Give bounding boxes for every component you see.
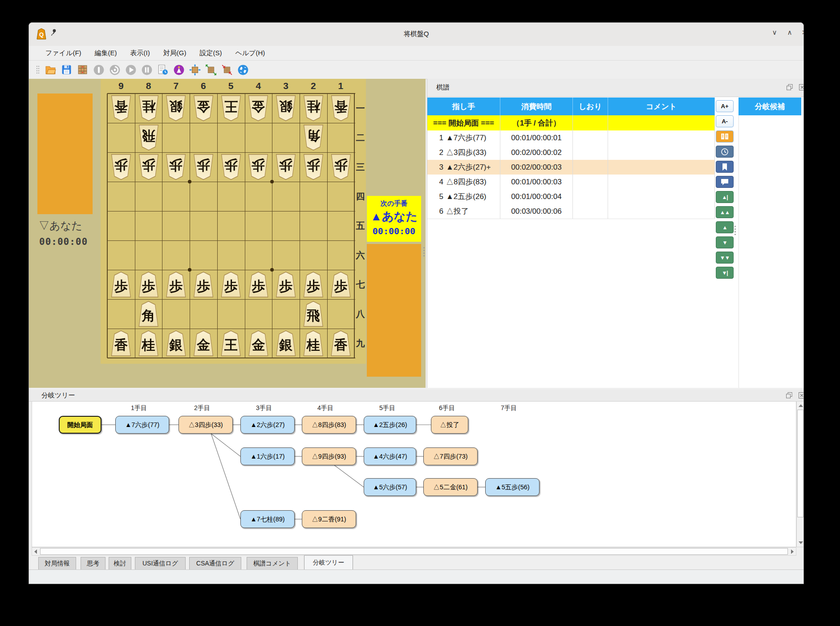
shogi-piece[interactable]: 角: [303, 125, 324, 150]
menu-item[interactable]: ヘルプ(H): [229, 47, 271, 60]
tree-node[interactable]: ▲2五歩(26): [364, 416, 416, 434]
shogi-piece[interactable]: 銀: [165, 95, 187, 121]
shogi-piece[interactable]: 香: [330, 330, 352, 356]
shogi-piece[interactable]: 金: [193, 330, 214, 356]
horizontal-scroll-thumb[interactable]: [40, 548, 788, 555]
shogi-piece[interactable]: 歩: [248, 154, 269, 180]
kifu-row[interactable]: 1▲7六歩(77)00:01/00:00:01: [427, 130, 715, 146]
tree-node[interactable]: △9四歩(93): [302, 447, 356, 465]
pause-icon[interactable]: [141, 64, 153, 76]
shogi-piece[interactable]: 歩: [110, 154, 132, 180]
tree-node[interactable]: ▲5五歩(56): [485, 478, 540, 496]
close-button[interactable]: ✕: [799, 28, 804, 37]
shogi-piece[interactable]: 金: [248, 95, 269, 121]
tree-node[interactable]: ▲4六歩(47): [364, 447, 416, 465]
kifu-row[interactable]: 6△投了00:03/00:00:06: [427, 204, 715, 219]
time-display-button[interactable]: [716, 146, 734, 158]
shogi-piece[interactable]: 銀: [165, 330, 187, 356]
shogi-piece[interactable]: 歩: [248, 272, 269, 297]
tree-node[interactable]: △5二金(61): [423, 478, 478, 496]
shogi-piece[interactable]: 歩: [165, 154, 187, 180]
kifu-row[interactable]: 2△3四歩(33)00:02/00:00:02: [427, 145, 715, 160]
shogi-piece[interactable]: 香: [330, 95, 352, 121]
tab-1[interactable]: 対局情報: [38, 557, 76, 569]
nav-forward-fast-button[interactable]: ▼▼: [716, 252, 734, 264]
kifu-row[interactable]: 3▲2六歩(27)+00:02/00:00:03: [427, 160, 715, 175]
shogi-piece[interactable]: 香: [110, 95, 132, 121]
shogi-board[interactable]: 987654321一二三四五六七八九香桂銀金王金銀桂香飛角歩歩歩歩歩歩歩歩歩歩歩…: [101, 79, 366, 364]
tab-2[interactable]: 思考: [81, 557, 106, 569]
nav-last-button[interactable]: ▼|: [716, 267, 734, 279]
tree-horizontal-scrollbar[interactable]: [32, 547, 796, 556]
tree-node[interactable]: △9二香(91): [302, 510, 356, 528]
tree-node[interactable]: ▲5六歩(57): [364, 478, 416, 496]
vertical-scroll-thumb[interactable]: [797, 410, 803, 517]
shogi-piece[interactable]: 歩: [330, 154, 352, 180]
shogi-piece[interactable]: 歩: [110, 272, 132, 297]
tree-close-icon[interactable]: [798, 392, 804, 399]
shogi-piece[interactable]: 香: [110, 330, 132, 356]
board-shrink-icon[interactable]: [221, 64, 233, 76]
shogi-piece[interactable]: 飛: [303, 301, 324, 327]
tab-5[interactable]: CSA通信ログ: [189, 557, 241, 569]
shogi-piece[interactable]: 歩: [138, 272, 159, 297]
shogi-piece[interactable]: 王: [220, 330, 242, 356]
shogi-piece[interactable]: 飛: [138, 125, 159, 150]
font-decrease-button[interactable]: A-: [716, 115, 734, 127]
kifu-row[interactable]: === 開始局面 ===（1手 / 合計）: [427, 115, 715, 131]
comment-edit-button[interactable]: [716, 176, 734, 188]
menu-item[interactable]: 設定(S): [194, 47, 227, 60]
shogi-piece[interactable]: 歩: [193, 272, 214, 297]
tree-float-icon[interactable]: [786, 392, 793, 399]
shogi-piece[interactable]: 金: [193, 95, 214, 121]
tab-3[interactable]: 検討: [109, 557, 131, 569]
scroll-left-arrow[interactable]: [34, 549, 37, 554]
nav-first-button[interactable]: ▲|: [716, 191, 734, 203]
resume-icon[interactable]: [109, 64, 121, 76]
tree-node[interactable]: ▲7七桂(89): [240, 510, 295, 528]
tree-node[interactable]: 開始局面: [59, 416, 101, 434]
maximize-button[interactable]: ∧: [785, 28, 795, 37]
sente-captured-stand[interactable]: [367, 244, 421, 377]
nav-back-fast-button[interactable]: ▲▲: [716, 206, 734, 218]
tree-vertical-scrollbar[interactable]: [796, 401, 804, 547]
kifu-row[interactable]: 5▲2五歩(26)00:01/00:00:04: [427, 189, 715, 204]
kifu-float-icon[interactable]: [786, 84, 793, 91]
titlebar[interactable]: Q 将棋盤Q ∨ ∧ ✕: [29, 23, 803, 46]
tree-node[interactable]: ▲1六歩(17): [240, 447, 295, 465]
flip-pieces-icon[interactable]: [237, 64, 249, 76]
menu-item[interactable]: 対局(G): [158, 47, 192, 60]
tree-node[interactable]: △7四歩(73): [423, 447, 478, 465]
board-enlarge-icon[interactable]: [205, 64, 217, 76]
shogi-piece[interactable]: 歩: [275, 154, 296, 180]
tree-node[interactable]: △8四歩(83): [302, 416, 356, 434]
board-resize-icon[interactable]: [189, 64, 201, 76]
tab-4[interactable]: USI通信ログ: [135, 557, 186, 569]
scroll-right-arrow[interactable]: [791, 549, 794, 554]
tree-node[interactable]: ▲7六歩(77): [115, 416, 169, 434]
board-edit-icon[interactable]: [77, 64, 89, 76]
shogi-piece[interactable]: 歩: [193, 154, 214, 180]
nav-back-button[interactable]: ▲: [716, 221, 734, 233]
branch-tree-canvas[interactable]: 1手目2手目3手目4手目5手目6手目7手目開始局面▲7六歩(77)△3四歩(33…: [32, 401, 796, 547]
scroll-down-arrow[interactable]: [799, 541, 803, 544]
tab-7[interactable]: 分岐ツリー: [304, 555, 353, 569]
tree-node[interactable]: △3四歩(33): [179, 416, 233, 434]
save-file-icon[interactable]: [61, 64, 73, 76]
shogi-piece[interactable]: 桂: [303, 330, 324, 356]
bookmark-list-button[interactable]: [716, 130, 734, 142]
shogi-piece[interactable]: 歩: [138, 154, 159, 180]
shogi-piece[interactable]: 歩: [330, 272, 352, 297]
tree-panel-titlebar[interactable]: 分岐ツリー: [29, 390, 804, 402]
shogi-piece[interactable]: 銀: [275, 330, 296, 356]
kifu-splitter-handle[interactable]: [734, 226, 736, 227]
kifu-panel-titlebar[interactable]: 棋譜: [427, 79, 804, 97]
kifu-close-icon[interactable]: [799, 84, 804, 91]
nav-forward-button[interactable]: ▼: [716, 236, 734, 248]
shogi-piece[interactable]: 金: [248, 330, 269, 356]
open-file-icon[interactable]: [45, 64, 57, 76]
time-log-icon[interactable]: [157, 64, 169, 76]
play-icon[interactable]: [125, 64, 137, 76]
shogi-piece[interactable]: 歩: [303, 154, 324, 180]
menu-item[interactable]: 編集(E): [89, 47, 123, 60]
